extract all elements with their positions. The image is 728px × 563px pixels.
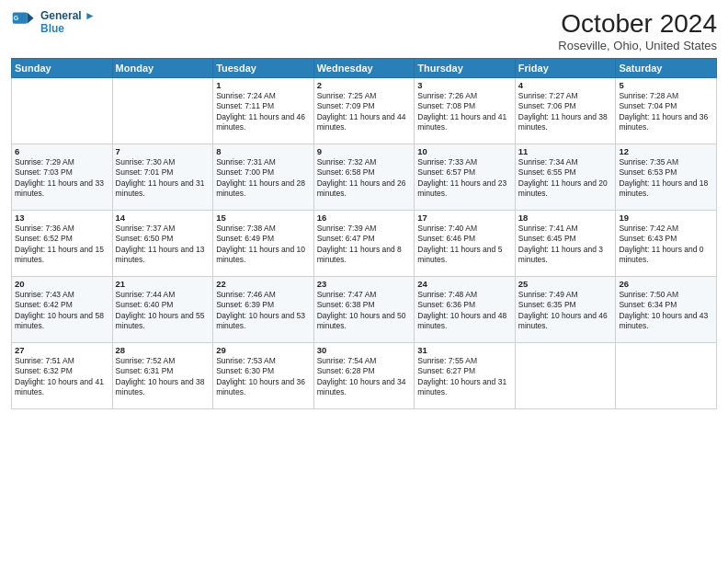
daylight-text: Daylight: 11 hours and 8 minutes. — [317, 245, 402, 264]
daylight-text: Daylight: 10 hours and 53 minutes. — [216, 311, 305, 330]
title-block: October 2024 Roseville, Ohio, United Sta… — [558, 9, 717, 52]
daylight-text: Daylight: 11 hours and 10 minutes. — [216, 245, 305, 264]
sunset-text: Sunset: 6:30 PM — [216, 366, 274, 375]
sunset-text: Sunset: 6:46 PM — [417, 234, 475, 243]
sunset-text: Sunset: 6:39 PM — [216, 300, 274, 309]
day-number: 3 — [417, 80, 512, 90]
sunset-text: Sunset: 6:43 PM — [619, 234, 677, 243]
col-sunday: Sunday — [12, 59, 113, 78]
day-number: 16 — [317, 213, 412, 223]
sunrise-text: Sunrise: 7:35 AM — [619, 157, 678, 167]
daylight-text: Daylight: 11 hours and 0 minutes. — [619, 245, 703, 264]
sunset-text: Sunset: 6:27 PM — [417, 366, 475, 375]
day-number: 14 — [116, 213, 210, 223]
day-number: 9 — [317, 146, 412, 156]
daylight-text: Daylight: 10 hours and 34 minutes. — [317, 377, 406, 396]
calendar-cell — [112, 78, 213, 144]
sunset-text: Sunset: 7:00 PM — [216, 167, 274, 177]
daylight-text: Daylight: 11 hours and 5 minutes. — [417, 245, 502, 264]
sunset-text: Sunset: 6:52 PM — [15, 234, 73, 243]
calendar-cell: 18 Sunrise: 7:41 AM Sunset: 6:45 PM Dayl… — [515, 211, 616, 277]
cell-content: Sunrise: 7:28 AM Sunset: 7:04 PM Dayligh… — [619, 91, 713, 133]
sunrise-text: Sunrise: 7:26 AM — [417, 91, 477, 100]
day-number: 6 — [15, 146, 109, 156]
daylight-text: Daylight: 11 hours and 31 minutes. — [116, 178, 205, 198]
day-number: 15 — [216, 213, 311, 223]
calendar-cell — [616, 343, 717, 409]
daylight-text: Daylight: 11 hours and 36 minutes. — [619, 112, 708, 132]
day-number: 27 — [15, 345, 109, 355]
cell-content: Sunrise: 7:44 AM Sunset: 6:40 PM Dayligh… — [116, 290, 210, 332]
sunset-text: Sunset: 6:49 PM — [216, 234, 274, 243]
sunrise-text: Sunrise: 7:37 AM — [116, 224, 176, 233]
calendar-cell: 8 Sunrise: 7:31 AM Sunset: 7:00 PM Dayli… — [213, 144, 314, 211]
calendar-week-5: 27 Sunrise: 7:51 AM Sunset: 6:32 PM Dayl… — [12, 343, 717, 409]
day-number: 13 — [15, 213, 109, 223]
calendar-cell: 27 Sunrise: 7:51 AM Sunset: 6:32 PM Dayl… — [12, 343, 113, 409]
cell-content: Sunrise: 7:31 AM Sunset: 7:00 PM Dayligh… — [216, 157, 311, 200]
calendar-cell: 20 Sunrise: 7:43 AM Sunset: 6:42 PM Dayl… — [12, 277, 113, 343]
logo-text: General ► Blue — [40, 9, 96, 35]
sunset-text: Sunset: 6:35 PM — [518, 300, 576, 309]
daylight-text: Daylight: 10 hours and 46 minutes. — [518, 311, 608, 330]
col-friday: Friday — [515, 59, 616, 78]
calendar-cell: 25 Sunrise: 7:49 AM Sunset: 6:35 PM Dayl… — [515, 277, 616, 343]
sunset-text: Sunset: 7:09 PM — [317, 101, 375, 110]
sunset-text: Sunset: 6:40 PM — [116, 300, 174, 309]
cell-content: Sunrise: 7:34 AM Sunset: 6:55 PM Dayligh… — [518, 157, 613, 200]
cell-content: Sunrise: 7:37 AM Sunset: 6:50 PM Dayligh… — [116, 224, 210, 266]
calendar-container: G General ► Blue October 2024 Roseville,… — [0, 0, 728, 563]
header-row: Sunday Monday Tuesday Wednesday Thursday… — [12, 59, 717, 78]
daylight-text: Daylight: 10 hours and 48 minutes. — [417, 311, 506, 330]
calendar-cell: 1 Sunrise: 7:24 AM Sunset: 7:11 PM Dayli… — [213, 78, 314, 144]
col-thursday: Thursday — [415, 59, 516, 78]
day-number: 21 — [116, 279, 210, 289]
sunrise-text: Sunrise: 7:33 AM — [417, 157, 477, 167]
sunrise-text: Sunrise: 7:27 AM — [518, 91, 578, 100]
sunrise-text: Sunrise: 7:29 AM — [15, 157, 74, 167]
sunset-text: Sunset: 6:32 PM — [15, 366, 73, 375]
calendar-cell: 23 Sunrise: 7:47 AM Sunset: 6:38 PM Dayl… — [313, 277, 415, 343]
sunset-text: Sunset: 6:38 PM — [317, 300, 375, 309]
cell-content: Sunrise: 7:42 AM Sunset: 6:43 PM Dayligh… — [619, 224, 713, 266]
cell-content: Sunrise: 7:25 AM Sunset: 7:09 PM Dayligh… — [317, 91, 412, 133]
sunset-text: Sunset: 6:42 PM — [15, 300, 73, 309]
calendar-table: Sunday Monday Tuesday Wednesday Thursday… — [11, 58, 717, 409]
daylight-text: Daylight: 11 hours and 15 minutes. — [15, 245, 104, 264]
daylight-text: Daylight: 11 hours and 26 minutes. — [317, 178, 406, 198]
calendar-week-2: 6 Sunrise: 7:29 AM Sunset: 7:03 PM Dayli… — [12, 144, 717, 211]
daylight-text: Daylight: 11 hours and 44 minutes. — [317, 112, 406, 132]
daylight-text: Daylight: 10 hours and 36 minutes. — [216, 377, 305, 396]
sunset-text: Sunset: 6:53 PM — [619, 167, 677, 177]
sunrise-text: Sunrise: 7:31 AM — [216, 157, 276, 167]
sunrise-text: Sunrise: 7:34 AM — [518, 157, 578, 167]
daylight-text: Daylight: 10 hours and 55 minutes. — [116, 311, 205, 330]
calendar-cell: 24 Sunrise: 7:48 AM Sunset: 6:36 PM Dayl… — [415, 277, 516, 343]
cell-content: Sunrise: 7:55 AM Sunset: 6:27 PM Dayligh… — [417, 356, 512, 398]
sunrise-text: Sunrise: 7:41 AM — [518, 224, 578, 233]
day-number: 31 — [417, 345, 512, 355]
cell-content: Sunrise: 7:38 AM Sunset: 6:49 PM Dayligh… — [216, 224, 311, 266]
logo-icon: G — [11, 9, 37, 35]
sunrise-text: Sunrise: 7:48 AM — [417, 290, 477, 299]
calendar-cell — [12, 78, 113, 144]
calendar-cell: 4 Sunrise: 7:27 AM Sunset: 7:06 PM Dayli… — [515, 78, 616, 144]
calendar-cell: 9 Sunrise: 7:32 AM Sunset: 6:58 PM Dayli… — [313, 144, 415, 211]
calendar-week-4: 20 Sunrise: 7:43 AM Sunset: 6:42 PM Dayl… — [12, 277, 717, 343]
calendar-cell: 7 Sunrise: 7:30 AM Sunset: 7:01 PM Dayli… — [112, 144, 213, 211]
month-title: October 2024 — [558, 9, 717, 39]
day-number: 5 — [619, 80, 713, 90]
sunrise-text: Sunrise: 7:24 AM — [216, 91, 276, 100]
daylight-text: Daylight: 10 hours and 31 minutes. — [417, 377, 506, 396]
cell-content: Sunrise: 7:49 AM Sunset: 6:35 PM Dayligh… — [518, 290, 613, 332]
cell-content: Sunrise: 7:51 AM Sunset: 6:32 PM Dayligh… — [15, 356, 109, 398]
calendar-week-3: 13 Sunrise: 7:36 AM Sunset: 6:52 PM Dayl… — [12, 211, 717, 277]
daylight-text: Daylight: 11 hours and 20 minutes. — [518, 178, 608, 198]
cell-content: Sunrise: 7:41 AM Sunset: 6:45 PM Dayligh… — [518, 224, 613, 266]
calendar-cell: 22 Sunrise: 7:46 AM Sunset: 6:39 PM Dayl… — [213, 277, 314, 343]
calendar-cell: 21 Sunrise: 7:44 AM Sunset: 6:40 PM Dayl… — [112, 277, 213, 343]
col-monday: Monday — [112, 59, 213, 78]
day-number: 28 — [116, 345, 210, 355]
col-saturday: Saturday — [616, 59, 717, 78]
day-number: 25 — [518, 279, 613, 289]
